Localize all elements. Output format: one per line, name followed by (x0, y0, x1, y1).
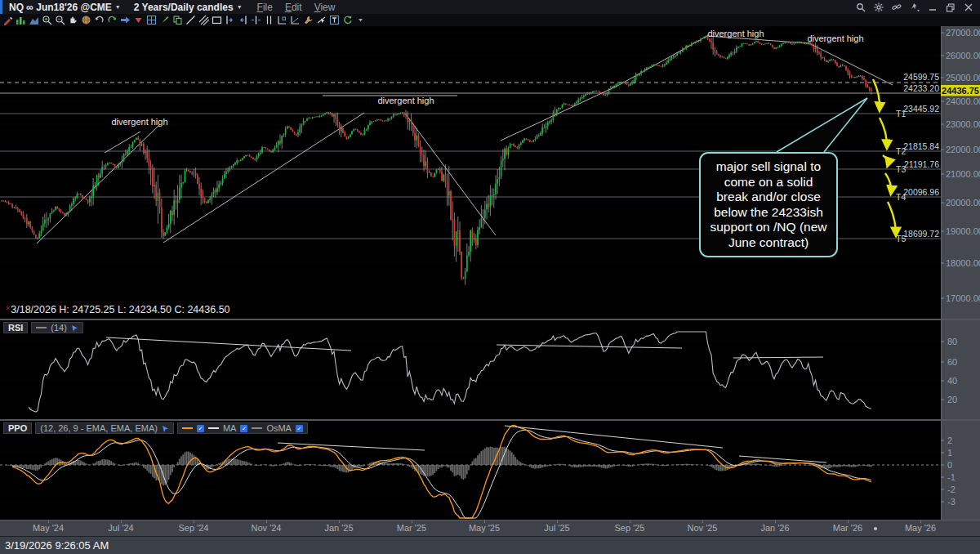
zoom-in-icon[interactable] (42, 15, 52, 25)
price-tick-label: 24000.00 (946, 96, 980, 106)
rsi-chart[interactable]: 80604020 (0, 320, 980, 419)
grid-tool-icon[interactable] (146, 15, 157, 25)
time-axis-label: Nov '24 (252, 523, 282, 533)
settings-icon[interactable] (874, 2, 884, 12)
close-icon[interactable] (964, 2, 973, 12)
dropdown-icon[interactable] (133, 15, 144, 25)
current-price-label: 24436.75 (942, 86, 979, 96)
target-value-label: 21815.84 (903, 141, 939, 151)
clock-text: 3/19/2026 9:26:05 AM (5, 539, 109, 552)
area-chart-icon[interactable] (29, 15, 39, 25)
ppo-line-swatch (182, 427, 193, 429)
trendline-icon[interactable] (185, 15, 196, 25)
clone-icon[interactable] (172, 15, 183, 25)
ppo-title-chip[interactable]: PPO (3, 422, 32, 434)
pencil-icon[interactable] (2, 15, 13, 25)
support-label: 24233.20 (903, 83, 939, 93)
rectangle-tool-icon[interactable] (212, 15, 222, 25)
ppo-chart[interactable]: 210-1-2-3 (0, 421, 980, 520)
time-axis-label: May '25 (469, 523, 500, 533)
select-line-icon[interactable] (316, 15, 327, 25)
price-chart[interactable]: 27000.0026000.0025000.0024000.0023000.00… (0, 26, 980, 319)
rsi-tick-label: 40 (947, 376, 957, 386)
price-tick-label: 27000.00 (946, 28, 980, 38)
ppo-checkbox[interactable]: ✓ (197, 425, 204, 432)
more-caret-icon[interactable] (355, 15, 366, 25)
expand-left-icon[interactable] (225, 15, 235, 25)
undo-icon[interactable] (94, 15, 105, 25)
symbol-selector[interactable]: NQ ∞ Jun18'26 @CME (9, 2, 112, 13)
center-cross-icon[interactable] (251, 15, 261, 25)
globe-icon[interactable] (81, 15, 91, 25)
time-axis-label: Nov '25 (688, 523, 718, 533)
target-value-label: 21191.76 (904, 159, 939, 169)
window-controls (856, 2, 973, 12)
time-axis[interactable]: May '24Jul '24Sep '24Nov '24Jan '25Mar '… (0, 520, 980, 536)
volume-bars-icon[interactable] (16, 15, 26, 25)
ppo-tick-label: -1 (947, 472, 956, 482)
pin-icon[interactable] (910, 2, 920, 12)
status-bar: 3/19/2026 9:26:05 AM (0, 536, 980, 554)
divergent-high-label[interactable]: divergent high (707, 29, 764, 38)
target-value-label: 18699.72 (903, 229, 939, 239)
angle-right-icon[interactable] (290, 15, 301, 25)
redo-icon[interactable] (107, 15, 118, 25)
ohlc-status-line: ×3/18/2026 H: 24725.25 L: 24234.50 C: 24… (6, 304, 230, 315)
ppo-params-chip[interactable]: (12, 26, 9 - EMA, EMA, EMA) (35, 422, 174, 434)
brush-icon[interactable] (159, 15, 170, 25)
ppo-tick-label: 2 (947, 436, 952, 445)
menu-edit[interactable]: Edit (285, 2, 302, 13)
text-tool-icon[interactable] (329, 15, 340, 25)
price-tick-label: 21000.00 (946, 169, 980, 179)
rsi-params: (14) (51, 323, 67, 333)
next-arrow-icon[interactable] (120, 15, 131, 25)
menu-bar: FileEditView (257, 2, 336, 13)
hatch-icon[interactable] (198, 15, 209, 25)
price-tick-label: 26000.00 (946, 51, 980, 60)
pan-hand-icon[interactable] (68, 15, 78, 25)
wrench-icon[interactable] (303, 15, 314, 25)
chevron-down-icon[interactable]: ▼ (237, 4, 243, 10)
zoom-out-icon[interactable] (55, 15, 65, 25)
ppo-params: (12, 26, 9 - EMA, EMA, EMA) (40, 423, 158, 433)
chevron-down-icon[interactable]: ▼ (115, 4, 121, 10)
search-icon[interactable] (856, 2, 866, 12)
osma-label: OsMA (266, 423, 292, 433)
ma-checkbox[interactable]: ✓ (240, 425, 247, 432)
target-value-label: 20096.96 (903, 187, 939, 197)
refresh-icon[interactable] (342, 15, 353, 25)
minimize-icon[interactable] (928, 2, 938, 12)
indicator-pointer-icon[interactable] (162, 425, 169, 432)
menu-view[interactable]: View (314, 2, 336, 13)
price-tick-label: 17000.00 (946, 293, 980, 303)
rsi-tick-label: 80 (947, 337, 957, 346)
rsi-title-chip[interactable]: RSI (3, 322, 28, 333)
drawing-toolbar (0, 14, 980, 26)
ppo-tick-label: 1 (947, 448, 952, 458)
rsi-tick-label: 20 (947, 395, 957, 404)
price-tick-label: 23000.00 (946, 119, 980, 129)
divergent-high-label[interactable]: divergent high (377, 96, 434, 105)
menu-file[interactable]: File (257, 2, 273, 13)
rsi-title: RSI (8, 323, 23, 333)
time-axis-label: Jan '26 (760, 523, 789, 533)
price-tick-label: 20000.00 (946, 198, 980, 208)
title-bar: NQ ∞ Jun18'26 @CME ▼ 2 Years/Daily candl… (0, 0, 980, 14)
osma-swatch (252, 427, 262, 429)
indicator-pointer-icon[interactable] (71, 324, 78, 332)
link-icon[interactable] (892, 2, 902, 12)
timeframe-selector[interactable]: 2 Years/Daily candles (134, 2, 234, 13)
rsi-legend-chip[interactable]: (14) (31, 322, 83, 333)
ma-line-swatch (208, 427, 219, 429)
split-vertical-icon[interactable] (264, 15, 274, 25)
angle-left-icon[interactable] (277, 15, 287, 25)
divergent-high-label[interactable]: divergent high (807, 34, 863, 43)
ppo-tick-label: -2 (947, 485, 956, 494)
time-axis-label: May '26 (905, 523, 936, 533)
time-axis-label: May '24 (33, 523, 64, 533)
ppo-header: PPO (12, 26, 9 - EMA, EMA, EMA) ✓ MA ✓ O… (3, 422, 308, 434)
divergent-high-label[interactable]: divergent high (111, 117, 167, 127)
restore-icon[interactable] (946, 2, 956, 12)
osma-checkbox[interactable]: ✓ (296, 425, 303, 432)
expand-right-icon[interactable] (238, 15, 248, 25)
